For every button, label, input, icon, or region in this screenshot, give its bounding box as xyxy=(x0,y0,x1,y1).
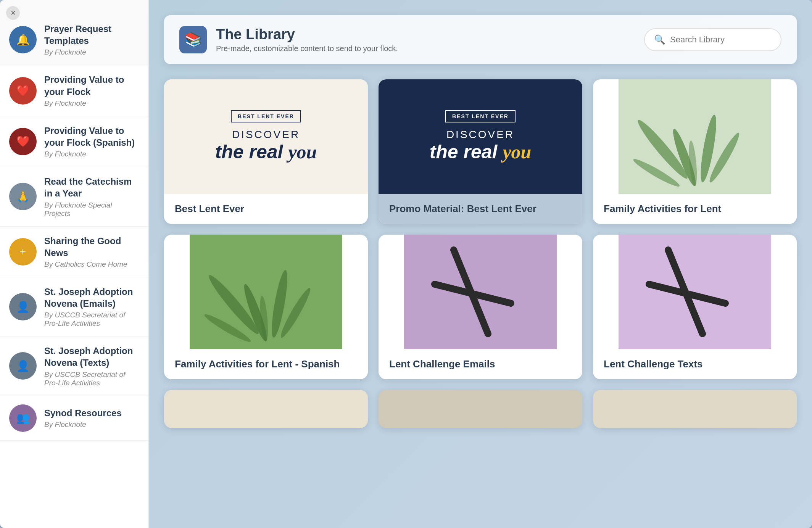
sidebar-item-title: St. Joseph Adoption Novena (Texts) xyxy=(44,345,139,369)
sidebar-item-subtitle: By Catholics Come Home xyxy=(44,260,139,269)
card-label: Lent Challenge Texts xyxy=(593,349,797,379)
card-label: Family Activities for Lent xyxy=(593,194,797,224)
sidebar-avatar-providing-value: ❤️ xyxy=(9,77,37,105)
library-header: 📚 The Library Pre-made, customizable con… xyxy=(164,15,797,64)
card-lent-challenge-texts[interactable]: Lent Challenge Texts xyxy=(593,235,797,379)
card-partial[interactable] xyxy=(379,390,582,428)
library-header-left: 📚 The Library Pre-made, customizable con… xyxy=(179,26,398,53)
sidebar-avatar-icon: 👤 xyxy=(16,301,30,313)
sidebar-item-subtitle: By Flocknote xyxy=(44,99,139,108)
ble-content: BEST LENT EVER DISCOVER the real you xyxy=(422,103,539,171)
card-promo-best-lent[interactable]: BEST LENT EVER DISCOVER the real you Pro… xyxy=(379,79,582,224)
ble-real: the real you xyxy=(215,141,317,163)
sidebar-text-st-joseph-texts: St. Joseph Adoption Novena (Texts) By US… xyxy=(44,345,139,387)
sidebar-item-title: Providing Value to your Flock xyxy=(44,74,139,97)
sidebar-avatar-icon: ❤️ xyxy=(16,84,30,97)
card-family-activities[interactable]: Family Activities for Lent xyxy=(593,79,797,224)
sidebar-item-title: Sharing the Good News xyxy=(44,235,139,259)
main-content: 📚 The Library Pre-made, customizable con… xyxy=(149,0,812,528)
sidebar: ✕ 🔔 Prayer Request Templates By Flocknot… xyxy=(0,0,149,528)
app-container: ✕ 🔔 Prayer Request Templates By Flocknot… xyxy=(0,0,812,528)
card-label: Lent Challenge Emails xyxy=(379,349,582,379)
sidebar-text-st-joseph-emails: St. Joseph Adoption Novena (Emails) By U… xyxy=(44,286,139,328)
card-image xyxy=(164,235,368,349)
sidebar-item-prayer-request[interactable]: 🔔 Prayer Request Templates By Flocknote xyxy=(0,0,148,65)
card-image: BEST LENT EVER DISCOVER the real you xyxy=(164,79,368,194)
sidebar-item-subtitle: By Flocknote xyxy=(44,150,139,158)
sidebar-item-synod-resources[interactable]: 👥 Synod Resources By Flocknote xyxy=(0,396,148,441)
sidebar-item-title: Providing Value to your Flock (Spanish) xyxy=(44,125,139,148)
card-label: Best Lent Ever xyxy=(164,194,368,224)
sidebar-avatar-st-joseph-emails: 👤 xyxy=(9,293,37,320)
sidebar-item-st-joseph-emails[interactable]: 👤 St. Joseph Adoption Novena (Emails) By… xyxy=(0,277,148,336)
sidebar-avatar-read-catechism: 🙏 xyxy=(9,183,37,210)
sidebar-item-subtitle: By USCCB Secretariat of Pro-Life Activit… xyxy=(44,370,139,387)
ble-content: BEST LENT EVER DISCOVER the real you xyxy=(208,103,325,171)
library-info: The Library Pre-made, customizable conte… xyxy=(216,26,398,53)
sidebar-item-read-catechism[interactable]: 🙏 Read the Catechism in a Year By Flockn… xyxy=(0,167,148,226)
card-grid: BEST LENT EVER DISCOVER the real you Bes… xyxy=(164,79,797,428)
sidebar-item-providing-value-spanish[interactable]: ❤️ Providing Value to your Flock (Spanis… xyxy=(0,116,148,167)
ble-discover: DISCOVER xyxy=(215,129,317,141)
sidebar-text-sharing-good-news: Sharing the Good News By Catholics Come … xyxy=(44,235,139,269)
sidebar-text-synod-resources: Synod Resources By Flocknote xyxy=(44,407,139,429)
sidebar-avatar-synod-resources: 👥 xyxy=(9,404,37,432)
sidebar-text-read-catechism: Read the Catechism in a Year By Flocknot… xyxy=(44,175,139,217)
card-best-lent-ever[interactable]: BEST LENT EVER DISCOVER the real you Bes… xyxy=(164,79,368,224)
card-label: Family Activities for Lent - Spanish xyxy=(164,349,368,379)
library-title: The Library xyxy=(216,26,398,43)
sidebar-item-st-joseph-texts[interactable]: 👤 St. Joseph Adoption Novena (Texts) By … xyxy=(0,336,148,396)
sidebar-item-title: Read the Catechism in a Year xyxy=(44,175,139,199)
sidebar-avatar-icon: 👤 xyxy=(16,360,30,372)
card-label: Promo Material: Best Lent Ever xyxy=(379,194,582,224)
svg-rect-17 xyxy=(619,235,771,349)
library-icon: 📚 xyxy=(179,26,207,53)
close-button[interactable]: ✕ xyxy=(6,6,20,20)
sidebar-item-title: St. Joseph Adoption Novena (Emails) xyxy=(44,286,139,309)
sidebar-item-providing-value[interactable]: ❤️ Providing Value to your Flock By Floc… xyxy=(0,65,148,116)
card-partial[interactable] xyxy=(593,390,797,428)
sidebar-avatar-st-joseph-texts: 👤 xyxy=(9,352,37,380)
sidebar-item-title: Prayer Request Templates xyxy=(44,23,139,47)
sidebar-avatar-icon: ❤️ xyxy=(16,135,30,148)
svg-rect-14 xyxy=(404,235,557,349)
sidebar-avatar-sharing-good-news: + xyxy=(9,238,37,266)
sidebar-item-sharing-good-news[interactable]: + Sharing the Good News By Catholics Com… xyxy=(0,227,148,277)
card-lent-challenge-emails[interactable]: Lent Challenge Emails xyxy=(379,235,582,379)
search-input[interactable] xyxy=(670,35,772,45)
promo-real: the real you xyxy=(430,141,532,163)
sidebar-item-subtitle: By Flocknote xyxy=(44,48,139,56)
search-icon: 🔍 xyxy=(654,34,665,45)
card-image xyxy=(593,79,797,194)
sidebar-text-providing-value: Providing Value to your Flock By Flockno… xyxy=(44,74,139,107)
sidebar-avatar-prayer-request: 🔔 xyxy=(9,26,37,53)
card-image xyxy=(593,235,797,349)
sidebar-item-subtitle: By Flocknote xyxy=(44,420,139,429)
sidebar-avatar-icon: 🔔 xyxy=(16,34,30,46)
sidebar-text-providing-value-spanish: Providing Value to your Flock (Spanish) … xyxy=(44,125,139,158)
sidebar-avatar-icon: 🙏 xyxy=(16,190,30,203)
ble-badge: BEST LENT EVER xyxy=(231,110,301,122)
sidebar-avatar-providing-value-spanish: ❤️ xyxy=(9,128,37,155)
ble-discover: DISCOVER xyxy=(430,129,532,141)
sidebar-item-title: Synod Resources xyxy=(44,407,139,419)
sidebar-item-subtitle: By USCCB Secretariat of Pro-Life Activit… xyxy=(44,311,139,328)
card-partial[interactable] xyxy=(164,390,368,428)
card-family-activities-spanish[interactable]: Family Activities for Lent - Spanish xyxy=(164,235,368,379)
sidebar-item-subtitle: By Flocknote Special Projects xyxy=(44,201,139,218)
search-box[interactable]: 🔍 xyxy=(644,28,781,51)
card-image xyxy=(379,235,582,349)
card-image: BEST LENT EVER DISCOVER the real you xyxy=(379,79,582,194)
ble-badge: BEST LENT EVER xyxy=(445,110,516,122)
sidebar-text-prayer-request: Prayer Request Templates By Flocknote xyxy=(44,23,139,56)
sidebar-avatar-icon: + xyxy=(20,246,26,258)
library-subtitle: Pre-made, customizable content to send t… xyxy=(216,44,398,53)
sidebar-avatar-icon: 👥 xyxy=(16,412,30,424)
